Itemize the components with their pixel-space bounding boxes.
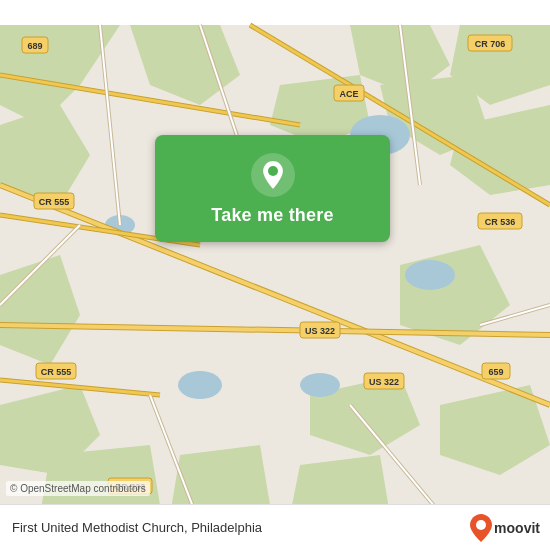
svg-text:659: 659 (488, 367, 503, 377)
svg-point-70 (476, 520, 486, 530)
svg-point-20 (178, 371, 222, 399)
svg-text:CR 555: CR 555 (39, 197, 70, 207)
cta-card[interactable]: Take me there (155, 135, 390, 242)
svg-point-19 (300, 373, 340, 397)
place-label: First United Methodist Church, Philadelp… (12, 520, 262, 535)
svg-point-18 (405, 260, 455, 290)
svg-text:CR 555: CR 555 (41, 367, 72, 377)
svg-text:CR 536: CR 536 (485, 217, 516, 227)
svg-text:US 322: US 322 (305, 326, 335, 336)
moovit-pin-icon (470, 514, 492, 542)
moovit-text: moovit (494, 520, 540, 536)
map-attribution: © OpenStreetMap contributors (6, 481, 150, 496)
svg-text:ACE: ACE (339, 89, 358, 99)
moovit-logo: moovit (470, 514, 540, 542)
map-container: 689 CR 706 ACE CR 555 CR 536 US 322 US 3… (0, 0, 550, 550)
cta-label: Take me there (211, 205, 333, 226)
location-pin-icon (251, 153, 295, 197)
svg-text:US 322: US 322 (369, 377, 399, 387)
svg-point-69 (268, 166, 278, 176)
svg-text:CR 706: CR 706 (475, 39, 506, 49)
bottom-bar: First United Methodist Church, Philadelp… (0, 504, 550, 550)
svg-text:689: 689 (27, 41, 42, 51)
